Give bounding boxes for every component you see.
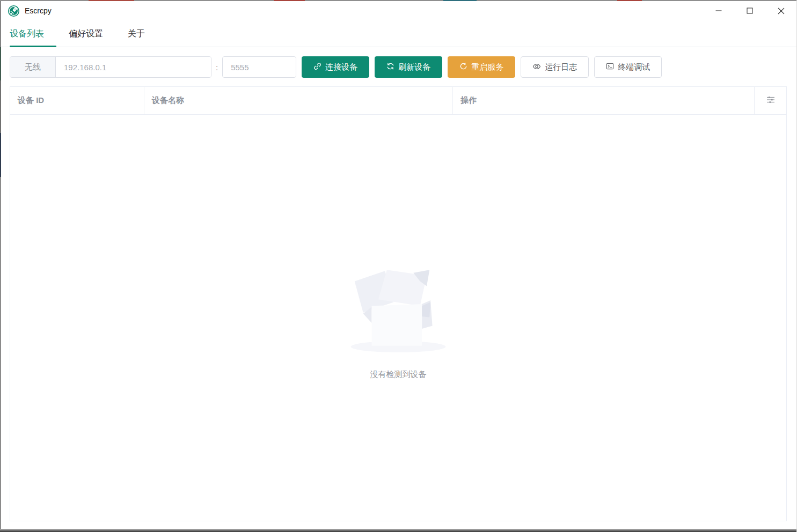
- tab-preferences-label: 偏好设置: [69, 28, 103, 40]
- link-icon: [313, 62, 321, 72]
- app-logo-icon: [8, 5, 20, 17]
- refresh-device-button[interactable]: 刷新设备: [375, 56, 442, 78]
- wireless-label: 无线: [10, 57, 56, 77]
- tab-device-list[interactable]: 设备列表: [10, 21, 56, 47]
- port-input[interactable]: [223, 57, 296, 77]
- device-table-header: 设备 ID 设备名称 操作: [10, 87, 786, 115]
- ip-address-input[interactable]: [56, 57, 211, 77]
- refresh-device-label: 刷新设备: [398, 62, 430, 72]
- column-header-device-id: 设备 ID: [10, 87, 144, 114]
- background-window-edge-top: [0, 0, 796, 1]
- connect-device-button[interactable]: 连接设备: [302, 56, 369, 78]
- column-header-device-name: 设备名称: [144, 87, 453, 114]
- device-table-body: 没有检测到设备: [10, 115, 786, 521]
- minimize-icon: [715, 8, 722, 14]
- terminal-icon: [606, 62, 614, 72]
- terminal-debug-label: 终端调试: [618, 62, 650, 72]
- background-window-edge-left: [0, 0, 1, 532]
- device-table: 设备 ID 设备名称 操作: [10, 86, 787, 521]
- terminal-debug-button[interactable]: 终端调试: [594, 56, 662, 78]
- column-header-actions: 操作: [453, 87, 755, 114]
- restart-icon: [459, 62, 467, 72]
- connect-device-label: 连接设备: [325, 62, 357, 72]
- connection-toolbar: 无线 : 连接设备: [0, 56, 796, 78]
- background-window-edge-bottom: [0, 529, 796, 532]
- run-log-button[interactable]: 运行日志: [521, 56, 589, 78]
- empty-state-text: 没有检测到设备: [370, 370, 427, 380]
- restart-service-button[interactable]: 重启服务: [448, 56, 515, 78]
- wireless-address-group: 无线: [10, 56, 211, 78]
- restart-service-label: 重启服务: [471, 62, 503, 72]
- maximize-icon: [747, 8, 753, 14]
- tab-device-list-label: 设备列表: [10, 28, 44, 40]
- sliders-icon: [766, 95, 775, 106]
- port-box: [222, 56, 296, 78]
- tab-about[interactable]: 关于: [115, 21, 157, 47]
- titlebar: Escrcpy: [0, 0, 796, 21]
- minimize-button[interactable]: [703, 0, 734, 21]
- maximize-button[interactable]: [734, 0, 765, 21]
- empty-box-illustration: [341, 256, 455, 358]
- run-log-label: 运行日志: [545, 62, 577, 72]
- ip-port-separator: :: [216, 63, 218, 72]
- main-tabs: 设备列表 偏好设置 关于: [0, 21, 796, 47]
- empty-state: 没有检测到设备: [341, 256, 455, 380]
- tab-preferences[interactable]: 偏好设置: [56, 21, 115, 47]
- escrcpy-window: Escrcpy 设备列表 偏好设置 关于 无线 :: [0, 0, 797, 532]
- tab-about-label: 关于: [128, 28, 145, 40]
- refresh-icon: [386, 62, 394, 72]
- window-controls: [703, 0, 796, 21]
- column-settings-button[interactable]: [755, 87, 786, 114]
- close-button[interactable]: [765, 0, 796, 21]
- view-icon: [532, 62, 541, 72]
- window-title: Escrcpy: [25, 6, 52, 15]
- close-icon: [778, 8, 785, 14]
